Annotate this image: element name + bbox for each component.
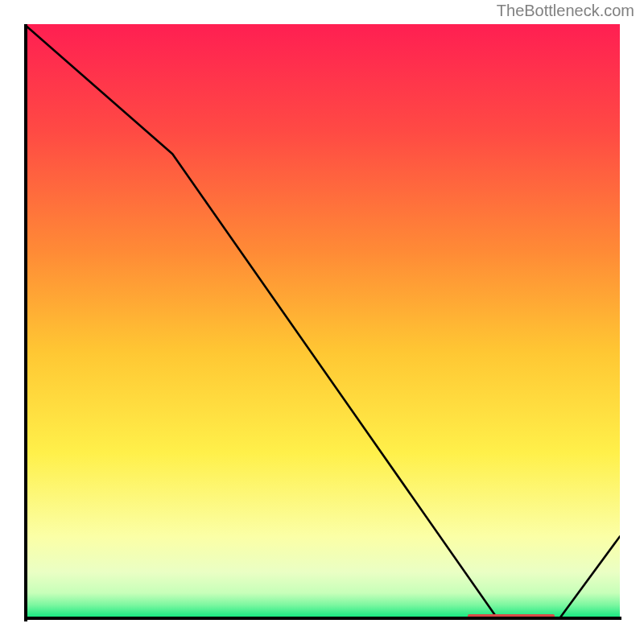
chart-container: TheBottleneck.com: [0, 0, 644, 644]
data-line: [24, 24, 620, 620]
watermark-text: TheBottleneck.com: [497, 2, 634, 20]
y-axis: [24, 24, 27, 621]
plot-area: [24, 24, 620, 620]
x-axis: [24, 617, 621, 620]
